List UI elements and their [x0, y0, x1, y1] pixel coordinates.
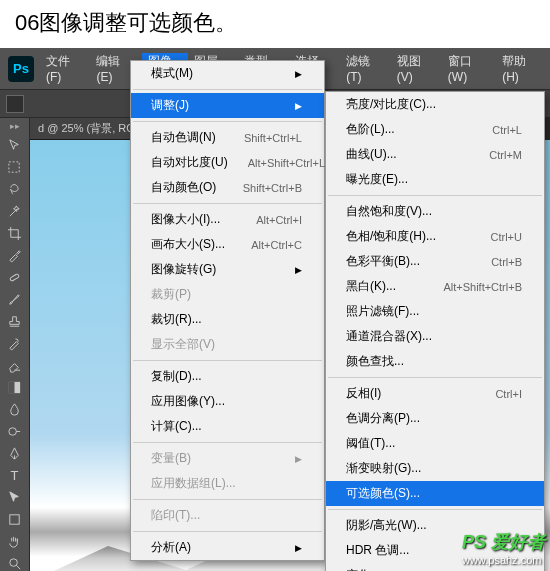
menu-item-label: 显示全部(V): [151, 336, 215, 353]
menu-item: 变量(B)▶: [131, 446, 324, 471]
gradient-tool-icon[interactable]: [3, 377, 27, 397]
brush-tool-icon[interactable]: [3, 289, 27, 309]
blur-tool-icon[interactable]: [3, 399, 27, 419]
move-tool-icon[interactable]: [3, 135, 27, 155]
menu-shortcut: Ctrl+B: [491, 256, 522, 268]
menu-item[interactable]: 亮度/对比度(C)...: [326, 92, 544, 117]
menu-item-label: 应用图像(Y)...: [151, 393, 225, 410]
menu-shortcut: Shift+Ctrl+B: [243, 182, 302, 194]
menu-item-label: 裁剪(P): [151, 286, 191, 303]
menu-item-label: 阴影/高光(W)...: [346, 517, 427, 534]
shape-tool-icon[interactable]: [3, 509, 27, 529]
dodge-tool-icon[interactable]: [3, 421, 27, 441]
menu-item[interactable]: 反相(I)Ctrl+I: [326, 381, 544, 406]
menu-file[interactable]: 文件(F): [40, 53, 90, 84]
menu-item[interactable]: 色调分离(P)...: [326, 406, 544, 431]
eraser-tool-icon[interactable]: [3, 355, 27, 375]
history-brush-icon[interactable]: [3, 333, 27, 353]
menu-item[interactable]: 自然饱和度(V)...: [326, 199, 544, 224]
menu-item-label: 通道混合器(X)...: [346, 328, 432, 345]
menu-shortcut: Alt+Ctrl+I: [256, 214, 302, 226]
lasso-tool-icon[interactable]: [3, 179, 27, 199]
menu-item[interactable]: 阈值(T)...: [326, 431, 544, 456]
healing-tool-icon[interactable]: [3, 267, 27, 287]
crop-tool-icon[interactable]: [3, 223, 27, 243]
menu-item[interactable]: 图像大小(I)...Alt+Ctrl+I: [131, 207, 324, 232]
svg-point-6: [10, 558, 18, 566]
submenu-arrow-icon: ▶: [295, 454, 302, 464]
type-tool-icon[interactable]: T: [3, 465, 27, 485]
pen-tool-icon[interactable]: [3, 443, 27, 463]
tools-panel: ▸▸ T: [0, 118, 30, 571]
hand-tool-icon[interactable]: [3, 531, 27, 551]
marquee-tool-icon[interactable]: [3, 157, 27, 177]
menu-item-label: 亮度/对比度(C)...: [346, 96, 436, 113]
submenu-arrow-icon: ▶: [295, 543, 302, 553]
menu-item[interactable]: 计算(C)...: [131, 414, 324, 439]
menu-item-label: 图像大小(I)...: [151, 211, 220, 228]
menu-item-label: 画布大小(S)...: [151, 236, 225, 253]
menu-item-label: 复制(D)...: [151, 368, 202, 385]
menu-item-label: 曲线(U)...: [346, 146, 397, 163]
menu-item-label: 自然饱和度(V)...: [346, 203, 432, 220]
menu-view[interactable]: 视图(V): [391, 53, 442, 84]
menu-item[interactable]: 复制(D)...: [131, 364, 324, 389]
menu-item[interactable]: 裁切(R)...: [131, 307, 324, 332]
menu-separator: [328, 377, 542, 378]
menu-shortcut: Ctrl+L: [492, 124, 522, 136]
tool-preset-icon[interactable]: [6, 95, 24, 113]
menu-item[interactable]: 画布大小(S)...Alt+Ctrl+C: [131, 232, 324, 257]
menu-item-label: 渐变映射(G)...: [346, 460, 421, 477]
menu-item[interactable]: 调整(J)▶: [131, 93, 324, 118]
menu-item-label: 自动颜色(O): [151, 179, 216, 196]
menu-item-label: 变化...: [346, 567, 380, 571]
menu-shortcut: Shift+Ctrl+L: [244, 132, 302, 144]
watermark: PS 爱好者 www.psahz.com: [462, 530, 545, 566]
wand-tool-icon[interactable]: [3, 201, 27, 221]
menu-item-label: HDR 色调...: [346, 542, 409, 559]
menu-item-label: 应用数据组(L)...: [151, 475, 236, 492]
expand-arrow-icon[interactable]: ▸▸: [3, 120, 27, 132]
menu-item[interactable]: 色相/饱和度(H)...Ctrl+U: [326, 224, 544, 249]
menu-item-label: 色彩平衡(B)...: [346, 253, 420, 270]
menu-separator: [133, 121, 322, 122]
menu-item-label: 图像旋转(G): [151, 261, 216, 278]
menu-item: 显示全部(V): [131, 332, 324, 357]
menu-item[interactable]: 可选颜色(S)...: [326, 481, 544, 506]
menu-item[interactable]: 图像旋转(G)▶: [131, 257, 324, 282]
zoom-tool-icon[interactable]: [3, 553, 27, 571]
stamp-tool-icon[interactable]: [3, 311, 27, 331]
menu-separator: [133, 499, 322, 500]
svg-rect-3: [9, 381, 15, 392]
menu-item: 应用数据组(L)...: [131, 471, 324, 496]
menu-separator: [133, 203, 322, 204]
menu-item[interactable]: 模式(M)▶: [131, 61, 324, 86]
path-tool-icon[interactable]: [3, 487, 27, 507]
menu-item[interactable]: 色彩平衡(B)...Ctrl+B: [326, 249, 544, 274]
menu-item-label: 黑白(K)...: [346, 278, 396, 295]
image-menu-dropdown: 模式(M)▶调整(J)▶自动色调(N)Shift+Ctrl+L自动对比度(U)A…: [130, 60, 325, 561]
menu-item[interactable]: 自动颜色(O)Shift+Ctrl+B: [131, 175, 324, 200]
menu-item[interactable]: 颜色查找...: [326, 349, 544, 374]
menu-help[interactable]: 帮助(H): [496, 53, 548, 84]
ps-logo-icon: Ps: [8, 56, 34, 82]
menu-item[interactable]: 黑白(K)...Alt+Shift+Ctrl+B: [326, 274, 544, 299]
menu-item[interactable]: 色阶(L)...Ctrl+L: [326, 117, 544, 142]
menu-item[interactable]: 应用图像(Y)...: [131, 389, 324, 414]
menu-item[interactable]: 分析(A)▶: [131, 535, 324, 560]
eyedropper-tool-icon[interactable]: [3, 245, 27, 265]
menu-item[interactable]: 自动色调(N)Shift+Ctrl+L: [131, 125, 324, 150]
menu-item[interactable]: 渐变映射(G)...: [326, 456, 544, 481]
menu-item[interactable]: 曝光度(E)...: [326, 167, 544, 192]
menu-item[interactable]: 通道混合器(X)...: [326, 324, 544, 349]
adjustments-submenu: 亮度/对比度(C)...色阶(L)...Ctrl+L曲线(U)...Ctrl+M…: [325, 91, 545, 571]
menu-item[interactable]: 照片滤镜(F)...: [326, 299, 544, 324]
menu-item[interactable]: 自动对比度(U)Alt+Shift+Ctrl+L: [131, 150, 324, 175]
menu-filter[interactable]: 滤镜(T): [340, 53, 390, 84]
menu-window[interactable]: 窗口(W): [442, 53, 496, 84]
submenu-arrow-icon: ▶: [295, 101, 302, 111]
submenu-arrow-icon: ▶: [295, 265, 302, 275]
menu-item-label: 色阶(L)...: [346, 121, 395, 138]
menu-item-label: 裁切(R)...: [151, 311, 202, 328]
menu-item[interactable]: 曲线(U)...Ctrl+M: [326, 142, 544, 167]
